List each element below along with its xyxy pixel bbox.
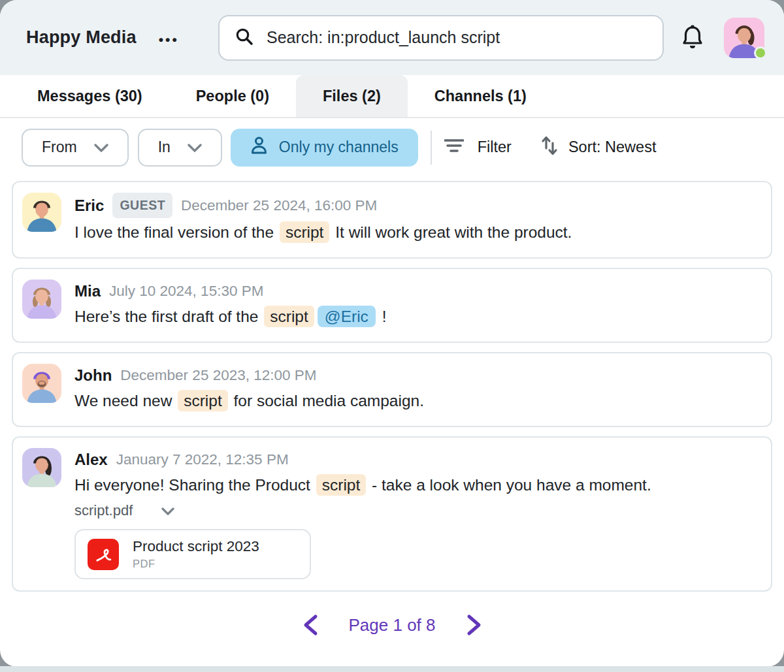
search-term-highlight: script	[178, 390, 228, 411]
message-timestamp: January 7 2022, 12:35 PM	[116, 448, 289, 471]
guest-badge: GUEST	[112, 193, 172, 218]
message-text: I love the final version of the script I…	[74, 218, 758, 246]
notification-bell-icon[interactable]	[681, 24, 704, 52]
message-timestamp: July 10 2024, 15:30 PM	[109, 280, 263, 302]
chevron-down-icon	[188, 138, 202, 156]
chevron-down-icon	[94, 138, 108, 156]
text-segment: Here’s the first draft of the	[74, 308, 263, 325]
text-segment: !	[378, 308, 387, 325]
workspace-menu-icon[interactable]: •••	[159, 28, 179, 48]
search-term-highlight: script	[316, 474, 367, 496]
text-segment: for social media campaign.	[229, 392, 424, 409]
chevron-down-icon	[161, 502, 174, 519]
message-timestamp: December 25 2024, 16:00 PM	[181, 194, 377, 217]
window-bottom-edge	[0, 666, 784, 672]
tab-messages[interactable]: Messages (30)	[10, 75, 169, 117]
user-mention[interactable]: @Eric	[318, 306, 376, 327]
text-segment: We need new	[74, 392, 176, 409]
message-meta: Alex January 7 2022, 12:35 PM	[74, 448, 758, 471]
sender-name: Mia	[74, 280, 101, 302]
sender-name: Alex	[74, 448, 108, 471]
avatar-eric	[22, 193, 61, 232]
attachment-info: Product script 2023 PDF	[133, 538, 259, 570]
message-meta: John December 25 2023, 12:00 PM	[74, 364, 758, 387]
search-icon	[234, 26, 255, 50]
avatar-mia	[22, 280, 61, 319]
search-results-window: Happy Media •••	[0, 0, 784, 667]
result-tabs: Messages (30) People (0) Files (2) Chann…	[0, 75, 784, 118]
in-filter-dropdown[interactable]: In	[138, 129, 222, 167]
previous-page-button[interactable]	[302, 614, 319, 636]
sender-name: John	[74, 364, 112, 387]
next-page-button[interactable]	[466, 614, 483, 636]
tab-people[interactable]: People (0)	[169, 75, 296, 117]
text-segment: - take a look when you have a moment.	[367, 476, 651, 494]
top-bar: Happy Media •••	[0, 0, 784, 75]
person-icon	[250, 136, 268, 159]
only-my-channels-toggle[interactable]: Only my channels	[231, 129, 418, 167]
avatar-alex	[22, 448, 61, 487]
message-content: John December 25 2023, 12:00 PM We need …	[74, 364, 758, 415]
sort-icon	[540, 135, 559, 160]
filter-bar: From In Only my channels	[0, 118, 784, 176]
online-status-dot	[754, 46, 767, 59]
message-content: Alex January 7 2022, 12:35 PM Hi everyon…	[74, 448, 758, 579]
search-input[interactable]	[267, 28, 648, 47]
only-my-channels-label: Only my channels	[279, 138, 399, 156]
pdf-file-icon	[88, 539, 119, 570]
sender-name: Eric	[74, 194, 104, 217]
message-meta: Eric GUEST December 25 2024, 16:00 PM	[74, 193, 758, 218]
attachment-title: Product script 2023	[133, 538, 259, 555]
filter-label: Filter	[478, 138, 512, 156]
workspace-name: Happy Media	[26, 27, 137, 48]
sort-label: Sort: Newest	[568, 138, 657, 156]
text-segment: I love the final version of the	[74, 223, 278, 241]
results-list: Eric GUEST December 25 2024, 16:00 PM I …	[0, 176, 784, 636]
pagination: Page 1 of 8	[12, 614, 772, 636]
workspace: Happy Media •••	[26, 27, 179, 48]
filter-button[interactable]: Filter	[444, 138, 512, 157]
tab-files[interactable]: Files (2)	[296, 75, 408, 117]
pdf-attachment-card[interactable]: Product script 2023 PDF	[74, 529, 311, 579]
message-text: We need new script for social media camp…	[74, 387, 758, 415]
message-card-eric[interactable]: Eric GUEST December 25 2024, 16:00 PM I …	[12, 181, 772, 259]
message-content: Mia July 10 2024, 15:30 PM Here’s the fi…	[74, 280, 758, 330]
sort-button[interactable]: Sort: Newest	[540, 135, 657, 160]
divider	[431, 131, 432, 165]
message-text: Hi everyone! Sharing the Product script …	[74, 471, 758, 499]
message-card-mia[interactable]: Mia July 10 2024, 15:30 PM Here’s the fi…	[12, 268, 772, 343]
filter-icon	[444, 138, 464, 157]
from-filter-label: From	[42, 138, 77, 156]
search-term-highlight: script	[264, 306, 314, 327]
user-avatar[interactable]	[724, 18, 764, 58]
message-card-alex[interactable]: Alex January 7 2022, 12:35 PM Hi everyon…	[12, 436, 772, 592]
message-meta: Mia July 10 2024, 15:30 PM	[74, 280, 758, 302]
file-name: script.pdf	[74, 502, 133, 519]
text-segment: Hi everyone! Sharing the Product	[74, 476, 315, 494]
search-term-highlight: script	[280, 221, 330, 243]
message-timestamp: December 25 2023, 12:00 PM	[120, 364, 316, 387]
message-card-john[interactable]: John December 25 2023, 12:00 PM We need …	[12, 352, 772, 427]
tab-channels[interactable]: Channels (1)	[408, 75, 553, 117]
search-bar[interactable]	[218, 15, 664, 61]
from-filter-dropdown[interactable]: From	[22, 129, 129, 167]
in-filter-label: In	[158, 138, 171, 156]
message-content: Eric GUEST December 25 2024, 16:00 PM I …	[74, 193, 758, 246]
attachment-type: PDF	[133, 558, 259, 570]
text-segment: It will work great with the product.	[331, 223, 572, 241]
page-indicator: Page 1 of 8	[349, 615, 436, 635]
avatar-john	[22, 364, 61, 403]
message-text: Here’s the first draft of the script@Eri…	[74, 302, 758, 330]
file-collapse-toggle[interactable]: script.pdf	[74, 502, 758, 519]
